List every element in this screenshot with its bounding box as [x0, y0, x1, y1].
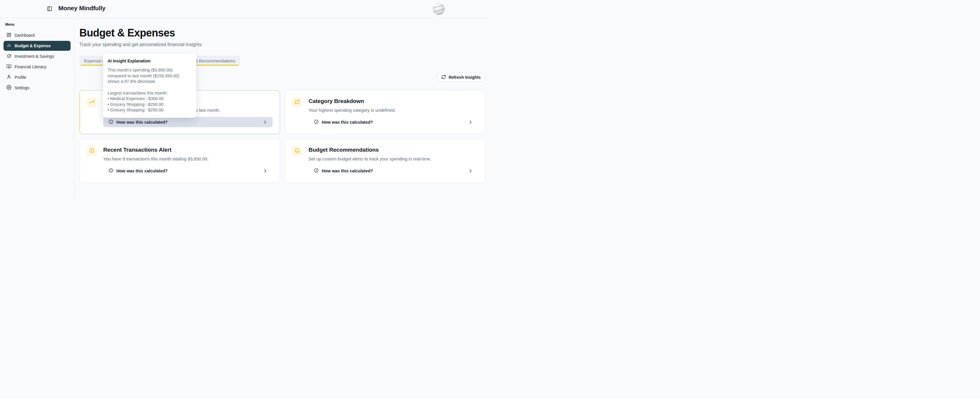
- popover-paragraph: This month's spending ($3,850.00) compar…: [108, 67, 192, 84]
- how-calculated-label: How was this calculated?: [116, 120, 168, 124]
- card-title: Recent Transactions Alert: [103, 147, 273, 153]
- card-description: Your highest spending category is undefi…: [309, 108, 478, 112]
- avatar[interactable]: [433, 3, 445, 15]
- card-description: Set up custom budget alerts to track you…: [309, 157, 478, 161]
- sidebar-item-label: Financial Literacy: [14, 64, 46, 69]
- book-open-icon: [6, 64, 11, 70]
- refresh-insights-button[interactable]: Refresh Insights: [437, 73, 485, 82]
- card-title: Category Breakdown: [309, 98, 478, 104]
- popover-transactions-list: Largest transactions this month: • Medic…: [108, 91, 192, 113]
- how-calculated-label: How was this calculated?: [322, 120, 373, 124]
- card-description: You have 9 transactions this month total…: [103, 157, 273, 161]
- how-calculated-button[interactable]: How was this calculated?: [103, 117, 273, 127]
- app-window: Money Mindfully Menu Dashboard Budget & …: [0, 0, 490, 199]
- chevron-right-icon: [263, 169, 267, 173]
- how-calculated-button[interactable]: How was this calculated?: [309, 117, 478, 127]
- sidebar-item-settings[interactable]: Settings: [3, 83, 71, 93]
- how-calculated-label: How was this calculated?: [116, 169, 168, 173]
- sidebar-item-label: Budget & Expense: [14, 43, 51, 48]
- chevron-right-icon: [468, 120, 473, 124]
- sidebar-item-budget-expense[interactable]: Budget & Expense: [3, 41, 71, 51]
- trending-up-icon: [89, 99, 94, 106]
- chevron-right-icon: [263, 120, 267, 124]
- how-calculated-label: How was this calculated?: [322, 169, 373, 173]
- grid-icon: [6, 32, 11, 38]
- sidebar-item-label: Profile: [14, 75, 26, 79]
- top-header: Money Mindfully: [0, 0, 490, 18]
- refresh-insights-label: Refresh Insights: [449, 75, 480, 79]
- sidebar-section-label: Menu: [5, 22, 71, 27]
- card-recent-transactions-alert: Recent Transactions Alert You have 9 tra…: [80, 139, 280, 183]
- sidebar-item-label: Dashboard: [14, 33, 35, 38]
- sidebar-toggle-button[interactable]: [47, 6, 52, 11]
- repeat-icon: [294, 99, 300, 106]
- how-calculated-button[interactable]: How was this calculated?: [103, 166, 273, 176]
- sidebar: Menu Dashboard Budget & Expense Investme…: [0, 18, 75, 199]
- app-title: Money Mindfully: [58, 5, 106, 12]
- card-title: Budget Recommendations: [309, 147, 478, 153]
- popover-list-item: • Grocery Shopping: -$250.00: [108, 107, 192, 113]
- page-title: Budget & Expenses: [80, 27, 485, 39]
- card-icon-box: [87, 97, 97, 107]
- sidebar-item-financial-literacy[interactable]: Financial Literacy: [3, 62, 71, 72]
- popover-list-intro: Largest transactions this month:: [108, 91, 192, 96]
- popover-title: AI Insight Explanation: [108, 59, 192, 63]
- sidebar-item-dashboard[interactable]: Dashboard: [3, 30, 71, 40]
- gear-icon: [6, 85, 11, 91]
- sidebar-item-profile[interactable]: Profile: [3, 72, 71, 82]
- user-icon: [6, 75, 11, 80]
- card-category-breakdown: Category Breakdown Your highest spending…: [285, 90, 485, 134]
- refresh-icon: [441, 75, 446, 80]
- info-icon: [314, 119, 319, 125]
- page-subtitle: Track your spending and get personalized…: [80, 42, 485, 47]
- sidebar-item-label: Investment & Savings: [14, 54, 54, 59]
- chevron-right-icon: [468, 169, 473, 173]
- card-budget-recommendations: Budget Recommendations Set up custom bud…: [285, 139, 485, 183]
- card-icon-box: [292, 97, 302, 107]
- ai-insight-popover: AI Insight Explanation This month's spen…: [103, 54, 196, 118]
- popover-list-item: • Grocery Shopping: -$250.00: [108, 102, 192, 108]
- piggy-bank-icon: [6, 53, 11, 59]
- card-icon-box: [87, 146, 97, 156]
- info-icon: [108, 168, 113, 174]
- info-icon: [314, 168, 319, 174]
- bar-chart-icon: [6, 43, 11, 49]
- bell-icon: [294, 148, 300, 154]
- card-icon-box: [292, 146, 302, 156]
- sidebar-item-investment-savings[interactable]: Investment & Savings: [3, 51, 71, 61]
- how-calculated-button[interactable]: How was this calculated?: [309, 166, 478, 176]
- info-icon: [108, 119, 113, 125]
- sidebar-item-label: Settings: [14, 86, 29, 90]
- popover-list-item: • Medical Expenses: -$300.00: [108, 96, 192, 102]
- panel-left-icon: [47, 8, 52, 12]
- alert-circle-icon: [89, 148, 94, 154]
